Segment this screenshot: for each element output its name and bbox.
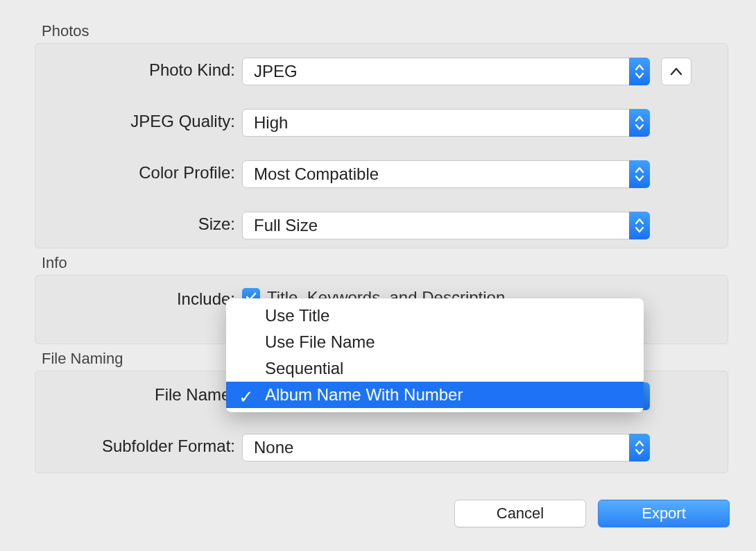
- photo-kind-label: Photo Kind:: [149, 60, 235, 80]
- photo-kind-value: JPEG: [254, 62, 298, 81]
- export-button[interactable]: Export: [598, 500, 730, 527]
- stepper-icon: [629, 434, 650, 461]
- chevron-up-icon: [670, 67, 682, 76]
- color-profile-select[interactable]: Most Compatible: [242, 160, 650, 188]
- stepper-icon: [629, 212, 650, 239]
- menu-item-album-name-with-number[interactable]: ✓ Album Name With Number: [226, 382, 644, 408]
- menu-item-use-title[interactable]: Use Title: [226, 303, 644, 329]
- collapse-button[interactable]: [661, 58, 691, 85]
- file-name-label: File Name:: [155, 385, 235, 405]
- jpeg-quality-label: JPEG Quality:: [130, 112, 235, 131]
- size-value: Full Size: [254, 216, 318, 235]
- stepper-icon: [629, 58, 650, 85]
- file-name-menu[interactable]: Use Title Use File Name Sequential ✓ Alb…: [226, 298, 644, 412]
- jpeg-quality-select[interactable]: High: [242, 109, 650, 137]
- check-icon: ✓: [239, 387, 254, 408]
- photos-panel: Photo Kind: JPEG JPEG Quality: High Colo…: [35, 43, 728, 248]
- color-profile-label: Color Profile:: [139, 163, 235, 183]
- subfolder-format-label: Subfolder Format:: [102, 436, 235, 456]
- menu-item-use-file-name[interactable]: Use File Name: [226, 329, 644, 355]
- size-label: Size:: [198, 214, 235, 234]
- cancel-button[interactable]: Cancel: [454, 500, 586, 527]
- file-naming-section-label: File Naming: [42, 350, 123, 368]
- jpeg-quality-value: High: [254, 113, 288, 133]
- photo-kind-select[interactable]: JPEG: [242, 58, 650, 85]
- stepper-icon: [629, 160, 650, 188]
- subfolder-format-select[interactable]: None: [242, 434, 650, 461]
- menu-item-sequential[interactable]: Sequential: [226, 355, 644, 382]
- size-select[interactable]: Full Size: [242, 212, 650, 239]
- photos-section-label: Photos: [42, 22, 89, 40]
- stepper-icon: [629, 109, 650, 137]
- color-profile-value: Most Compatible: [254, 164, 379, 184]
- subfolder-format-value: None: [254, 438, 293, 457]
- info-section-label: Info: [42, 254, 67, 272]
- menu-item-label: Album Name With Number: [265, 385, 463, 405]
